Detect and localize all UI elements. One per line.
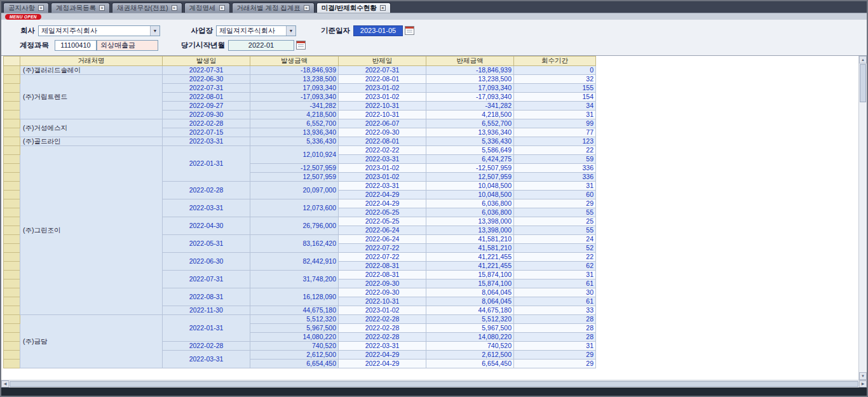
repay-amount-cell[interactable]: 6,036,800 [426, 199, 514, 208]
occur-date-cell[interactable]: 2022-07-31 [163, 271, 250, 288]
repay-amount-cell[interactable]: 14,080,220 [426, 333, 514, 342]
row-selector-cell[interactable] [4, 137, 20, 146]
vertical-scroll-thumb[interactable] [860, 64, 866, 102]
row-selector-cell[interactable] [4, 244, 20, 253]
repay-amount-cell[interactable]: 41,581,210 [426, 235, 514, 244]
repay-amount-cell[interactable]: 15,874,100 [426, 279, 514, 288]
row-selector-cell[interactable] [4, 271, 20, 279]
repay-amount-cell[interactable]: 5,967,500 [426, 324, 514, 333]
account-name-field[interactable]: 외상매출금 [97, 40, 158, 51]
collect-days-cell[interactable]: 31 [514, 271, 596, 279]
vertical-scrollbar[interactable]: ▲ ▼ [858, 56, 867, 380]
occur-amount-cell[interactable]: 6,654,450 [250, 360, 339, 368]
period-start-input[interactable]: 2022-01 [228, 40, 294, 51]
occur-amount-cell[interactable]: 2,612,500 [250, 351, 339, 360]
collect-days-cell[interactable]: 30 [514, 288, 596, 297]
repay-date-cell[interactable]: 2022-07-31 [339, 66, 426, 75]
repay-amount-cell[interactable]: 10,048,500 [426, 191, 514, 199]
collect-days-cell[interactable]: 29 [514, 360, 596, 368]
customer-name-cell[interactable]: (주)거성에스지 [20, 119, 163, 137]
repay-amount-cell[interactable]: 10,048,500 [426, 182, 514, 191]
repay-date-cell[interactable]: 2022-08-31 [339, 271, 426, 279]
repay-date-cell[interactable]: 2023-01-02 [339, 93, 426, 102]
occur-date-cell[interactable]: 2022-01-31 [163, 146, 250, 182]
repay-amount-cell[interactable]: -341,282 [426, 102, 514, 111]
repay-amount-cell[interactable]: 740,520 [426, 342, 514, 351]
occur-date-cell[interactable]: 2022-02-28 [163, 342, 250, 351]
occur-amount-cell[interactable]: 12,507,959 [250, 173, 339, 182]
repay-date-cell[interactable]: 2022-10-31 [339, 111, 426, 119]
repay-amount-cell[interactable]: 6,424,275 [426, 155, 514, 164]
company-select[interactable]: 제일져지주식회사 ▼ [38, 25, 160, 36]
row-selector-cell[interactable] [4, 333, 20, 342]
tab-close-icon[interactable]: × [304, 5, 309, 11]
customer-name-cell[interactable]: (주)골드라인 [20, 137, 163, 146]
row-selector-cell[interactable] [4, 360, 20, 368]
row-selector-cell[interactable] [4, 75, 20, 84]
tab-item-0[interactable]: 공지사항× [3, 3, 49, 13]
occur-amount-cell[interactable]: 16,128,090 [250, 288, 339, 306]
tab-item-4[interactable]: 거래처별 계정 집계표× [232, 3, 315, 13]
repay-amount-cell[interactable]: 6,654,450 [426, 360, 514, 368]
repay-date-cell[interactable]: 2023-01-02 [339, 84, 426, 93]
repay-date-cell[interactable]: 2022-09-30 [339, 279, 426, 288]
row-selector-cell[interactable] [4, 351, 20, 360]
scroll-left-icon[interactable]: ◀ [1, 380, 9, 387]
collect-days-cell[interactable]: 31 [514, 182, 596, 191]
repay-date-cell[interactable]: 2022-04-29 [339, 191, 426, 199]
horizontal-scrollbar[interactable]: ◀ ▶ [1, 380, 867, 387]
repay-date-cell[interactable]: 2022-02-28 [339, 315, 426, 324]
occur-date-cell[interactable]: 2022-03-31 [163, 137, 250, 146]
row-selector-cell[interactable] [4, 164, 20, 173]
collect-days-cell[interactable]: 22 [514, 146, 596, 155]
repay-amount-cell[interactable]: 8,064,045 [426, 297, 514, 306]
repay-date-cell[interactable]: 2022-09-30 [339, 288, 426, 297]
collect-days-cell[interactable]: 336 [514, 173, 596, 182]
chevron-down-icon[interactable]: ▼ [150, 26, 159, 36]
customer-name-cell[interactable]: (주)갤러리드솔레이 [20, 66, 163, 75]
repay-date-cell[interactable]: 2022-10-31 [339, 102, 426, 111]
repay-date-cell[interactable]: 2022-06-07 [339, 119, 426, 128]
collect-days-cell[interactable]: 61 [514, 297, 596, 306]
row-selector-cell[interactable] [4, 315, 20, 324]
occur-amount-cell[interactable]: -341,282 [250, 102, 339, 111]
tab-close-icon[interactable]: × [38, 5, 44, 11]
occur-amount-cell[interactable]: 13,238,500 [250, 75, 339, 84]
collect-days-cell[interactable]: 59 [514, 155, 596, 164]
collect-days-cell[interactable]: 31 [514, 342, 596, 351]
occur-amount-cell[interactable]: 13,936,340 [250, 128, 339, 137]
occur-amount-cell[interactable]: 12,073,600 [250, 199, 339, 217]
repay-date-cell[interactable]: 2023-01-02 [339, 164, 426, 173]
occur-amount-cell[interactable]: 14,080,220 [250, 333, 339, 342]
occur-amount-cell[interactable]: 44,675,180 [250, 306, 339, 315]
repay-date-cell[interactable]: 2022-04-29 [339, 199, 426, 208]
collect-days-cell[interactable]: 99 [514, 119, 596, 128]
repay-date-cell[interactable]: 2022-08-01 [339, 75, 426, 84]
repay-date-cell[interactable]: 2022-05-25 [339, 217, 426, 226]
row-selector-cell[interactable] [4, 173, 20, 182]
repay-amount-cell[interactable]: 13,936,340 [426, 128, 514, 137]
scroll-down-icon[interactable]: ▼ [859, 372, 867, 380]
repay-amount-cell[interactable]: -17,093,340 [426, 93, 514, 102]
repay-date-cell[interactable]: 2022-02-28 [339, 324, 426, 333]
row-selector-cell[interactable] [4, 191, 20, 199]
row-selector-cell[interactable] [4, 66, 20, 75]
collect-days-cell[interactable]: 24 [514, 235, 596, 244]
repay-amount-cell[interactable]: 15,874,100 [426, 271, 514, 279]
occur-amount-cell[interactable]: 12,010,924 [250, 146, 339, 164]
collect-days-cell[interactable]: 55 [514, 208, 596, 217]
collect-days-cell[interactable]: 31 [514, 111, 596, 119]
collect-days-cell[interactable]: 52 [514, 244, 596, 253]
repay-amount-cell[interactable]: 41,221,455 [426, 262, 514, 271]
customer-name-cell[interactable]: (주)거림트렌드 [20, 75, 163, 119]
repay-amount-cell[interactable]: 5,512,320 [426, 315, 514, 324]
row-selector-cell[interactable] [4, 262, 20, 271]
occur-amount-cell[interactable]: 82,442,910 [250, 253, 339, 271]
repay-amount-cell[interactable]: 6,036,800 [426, 208, 514, 217]
occur-date-cell[interactable]: 2022-02-28 [163, 119, 250, 128]
row-selector-cell[interactable] [4, 102, 20, 111]
collect-days-cell[interactable]: 336 [514, 164, 596, 173]
repay-amount-cell[interactable]: 13,398,000 [426, 226, 514, 235]
repay-amount-cell[interactable]: 5,336,430 [426, 137, 514, 146]
occur-amount-cell[interactable]: 740,520 [250, 342, 339, 351]
